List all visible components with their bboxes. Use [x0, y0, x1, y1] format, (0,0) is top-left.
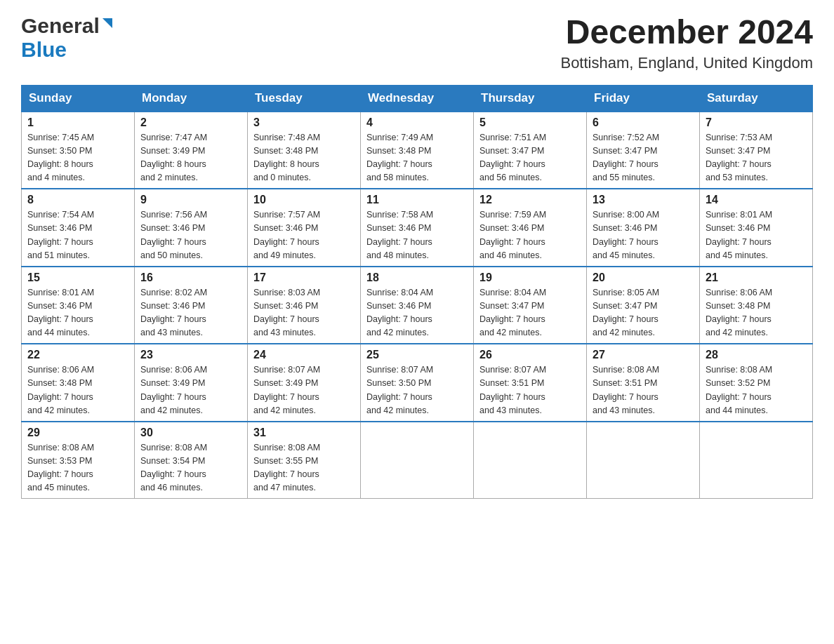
day-number: 9 — [140, 194, 241, 206]
calendar-week-row: 1Sunrise: 7:45 AMSunset: 3:50 PMDaylight… — [22, 112, 813, 189]
day-number: 21 — [706, 271, 807, 284]
day-info: Sunrise: 8:07 AMSunset: 3:50 PMDaylight:… — [366, 365, 433, 415]
day-info: Sunrise: 7:56 AMSunset: 3:46 PMDaylight:… — [140, 210, 207, 260]
day-number: 8 — [27, 194, 128, 206]
day-number: 17 — [253, 271, 355, 284]
calendar-cell: 22Sunrise: 8:06 AMSunset: 3:48 PMDayligh… — [22, 344, 135, 422]
calendar-cell: 7Sunrise: 7:53 AMSunset: 3:47 PMDaylight… — [700, 112, 813, 189]
page-header: General Blue December 2024 Bottisham, En… — [21, 14, 813, 72]
day-info: Sunrise: 7:59 AMSunset: 3:46 PMDaylight:… — [479, 210, 546, 260]
day-number: 30 — [140, 427, 241, 439]
calendar-cell: 20Sunrise: 8:05 AMSunset: 3:47 PMDayligh… — [587, 267, 700, 344]
calendar-week-row: 22Sunrise: 8:06 AMSunset: 3:48 PMDayligh… — [22, 344, 813, 422]
day-info: Sunrise: 8:08 AMSunset: 3:53 PMDaylight:… — [27, 443, 94, 492]
weekday-header-monday: Monday — [135, 85, 248, 112]
day-number: 22 — [27, 349, 128, 361]
day-info: Sunrise: 8:05 AMSunset: 3:47 PMDaylight:… — [593, 288, 659, 337]
day-info: Sunrise: 8:06 AMSunset: 3:49 PMDaylight:… — [140, 365, 207, 415]
calendar-cell — [700, 422, 813, 499]
day-number: 18 — [366, 271, 468, 284]
calendar-cell — [587, 422, 700, 499]
day-info: Sunrise: 7:52 AMSunset: 3:47 PMDaylight:… — [593, 133, 659, 182]
weekday-header-wednesday: Wednesday — [361, 85, 474, 112]
title-area: December 2024 Bottisham, England, United… — [560, 14, 813, 72]
day-info: Sunrise: 8:06 AMSunset: 3:48 PMDaylight:… — [27, 365, 94, 415]
calendar-cell: 16Sunrise: 8:02 AMSunset: 3:46 PMDayligh… — [135, 267, 248, 344]
calendar-cell: 26Sunrise: 8:07 AMSunset: 3:51 PMDayligh… — [474, 344, 587, 422]
day-info: Sunrise: 8:08 AMSunset: 3:55 PMDaylight:… — [253, 443, 320, 492]
day-info: Sunrise: 8:04 AMSunset: 3:46 PMDaylight:… — [366, 288, 433, 337]
calendar-cell: 8Sunrise: 7:54 AMSunset: 3:46 PMDaylight… — [22, 189, 135, 267]
day-info: Sunrise: 8:00 AMSunset: 3:46 PMDaylight:… — [593, 210, 659, 260]
day-number: 27 — [593, 349, 694, 361]
calendar-cell: 31Sunrise: 8:08 AMSunset: 3:55 PMDayligh… — [248, 422, 361, 499]
day-info: Sunrise: 8:08 AMSunset: 3:52 PMDaylight:… — [706, 365, 772, 415]
day-number: 25 — [366, 349, 468, 361]
calendar-week-row: 29Sunrise: 8:08 AMSunset: 3:53 PMDayligh… — [22, 422, 813, 499]
calendar-cell: 1Sunrise: 7:45 AMSunset: 3:50 PMDaylight… — [22, 112, 135, 189]
day-number: 19 — [479, 271, 581, 284]
day-number: 2 — [140, 116, 241, 129]
location-text: Bottisham, England, United Kingdom — [560, 54, 813, 72]
calendar-cell — [361, 422, 474, 499]
day-info: Sunrise: 8:01 AMSunset: 3:46 PMDaylight:… — [706, 210, 772, 260]
calendar-cell: 21Sunrise: 8:06 AMSunset: 3:48 PMDayligh… — [700, 267, 813, 344]
day-info: Sunrise: 8:01 AMSunset: 3:46 PMDaylight:… — [27, 288, 94, 337]
calendar-cell: 6Sunrise: 7:52 AMSunset: 3:47 PMDaylight… — [587, 112, 700, 189]
weekday-header-tuesday: Tuesday — [248, 85, 361, 112]
day-number: 5 — [479, 116, 581, 129]
calendar-cell: 15Sunrise: 8:01 AMSunset: 3:46 PMDayligh… — [22, 267, 135, 344]
day-info: Sunrise: 7:53 AMSunset: 3:47 PMDaylight:… — [706, 133, 772, 182]
day-number: 23 — [140, 349, 241, 361]
calendar-cell: 18Sunrise: 8:04 AMSunset: 3:46 PMDayligh… — [361, 267, 474, 344]
day-info: Sunrise: 8:03 AMSunset: 3:46 PMDaylight:… — [253, 288, 320, 337]
calendar-cell: 24Sunrise: 8:07 AMSunset: 3:49 PMDayligh… — [248, 344, 361, 422]
calendar-week-row: 8Sunrise: 7:54 AMSunset: 3:46 PMDaylight… — [22, 189, 813, 267]
calendar-cell: 11Sunrise: 7:58 AMSunset: 3:46 PMDayligh… — [361, 189, 474, 267]
calendar-cell: 30Sunrise: 8:08 AMSunset: 3:54 PMDayligh… — [135, 422, 248, 499]
day-info: Sunrise: 7:54 AMSunset: 3:46 PMDaylight:… — [27, 210, 94, 260]
calendar-cell: 23Sunrise: 8:06 AMSunset: 3:49 PMDayligh… — [135, 344, 248, 422]
day-info: Sunrise: 7:45 AMSunset: 3:50 PMDaylight:… — [27, 133, 94, 182]
day-info: Sunrise: 8:08 AMSunset: 3:54 PMDaylight:… — [140, 443, 207, 492]
weekday-header-row: SundayMondayTuesdayWednesdayThursdayFrid… — [22, 85, 813, 112]
calendar-cell: 12Sunrise: 7:59 AMSunset: 3:46 PMDayligh… — [474, 189, 587, 267]
day-number: 20 — [593, 271, 694, 284]
calendar-cell: 9Sunrise: 7:56 AMSunset: 3:46 PMDaylight… — [135, 189, 248, 267]
calendar-cell: 28Sunrise: 8:08 AMSunset: 3:52 PMDayligh… — [700, 344, 813, 422]
day-number: 12 — [479, 194, 581, 206]
day-number: 26 — [479, 349, 581, 361]
calendar-cell: 19Sunrise: 8:04 AMSunset: 3:47 PMDayligh… — [474, 267, 587, 344]
day-number: 31 — [253, 427, 355, 439]
calendar-cell: 25Sunrise: 8:07 AMSunset: 3:50 PMDayligh… — [361, 344, 474, 422]
month-title: December 2024 — [560, 14, 813, 51]
calendar-cell: 10Sunrise: 7:57 AMSunset: 3:46 PMDayligh… — [248, 189, 361, 267]
day-info: Sunrise: 7:58 AMSunset: 3:46 PMDaylight:… — [366, 210, 433, 260]
day-number: 4 — [366, 116, 468, 129]
day-number: 7 — [706, 116, 807, 129]
logo-general-text: General — [21, 14, 100, 38]
day-number: 24 — [253, 349, 355, 361]
day-info: Sunrise: 7:51 AMSunset: 3:47 PMDaylight:… — [479, 133, 546, 182]
weekday-header-sunday: Sunday — [22, 85, 135, 112]
day-info: Sunrise: 7:47 AMSunset: 3:49 PMDaylight:… — [140, 133, 207, 182]
day-number: 13 — [593, 194, 694, 206]
weekday-header-thursday: Thursday — [474, 85, 587, 112]
calendar-cell: 29Sunrise: 8:08 AMSunset: 3:53 PMDayligh… — [22, 422, 135, 499]
svg-marker-0 — [102, 18, 112, 28]
logo: General Blue — [21, 14, 115, 62]
calendar-cell — [474, 422, 587, 499]
logo-blue-text: Blue — [21, 38, 67, 62]
day-info: Sunrise: 8:06 AMSunset: 3:48 PMDaylight:… — [706, 288, 772, 337]
day-info: Sunrise: 8:07 AMSunset: 3:51 PMDaylight:… — [479, 365, 546, 415]
day-info: Sunrise: 8:07 AMSunset: 3:49 PMDaylight:… — [253, 365, 320, 415]
calendar-cell: 2Sunrise: 7:47 AMSunset: 3:49 PMDaylight… — [135, 112, 248, 189]
day-number: 3 — [253, 116, 355, 129]
day-number: 16 — [140, 271, 241, 284]
day-number: 29 — [27, 427, 128, 439]
day-info: Sunrise: 8:08 AMSunset: 3:51 PMDaylight:… — [593, 365, 659, 415]
logo-arrow-icon — [100, 15, 115, 34]
day-number: 10 — [253, 194, 355, 206]
day-info: Sunrise: 8:02 AMSunset: 3:46 PMDaylight:… — [140, 288, 207, 337]
calendar-cell: 14Sunrise: 8:01 AMSunset: 3:46 PMDayligh… — [700, 189, 813, 267]
